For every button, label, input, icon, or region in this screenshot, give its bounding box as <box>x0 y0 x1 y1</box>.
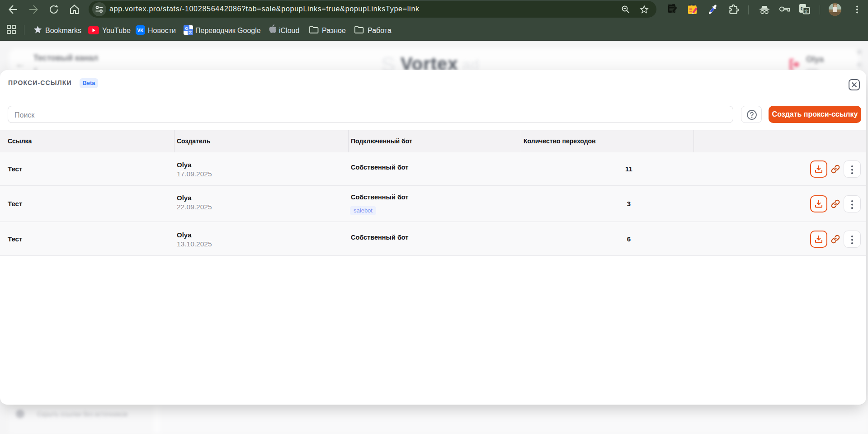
svg-text:文: 文 <box>804 9 809 14</box>
svg-text:文: 文 <box>189 30 192 34</box>
svg-text:VK: VK <box>137 28 144 33</box>
